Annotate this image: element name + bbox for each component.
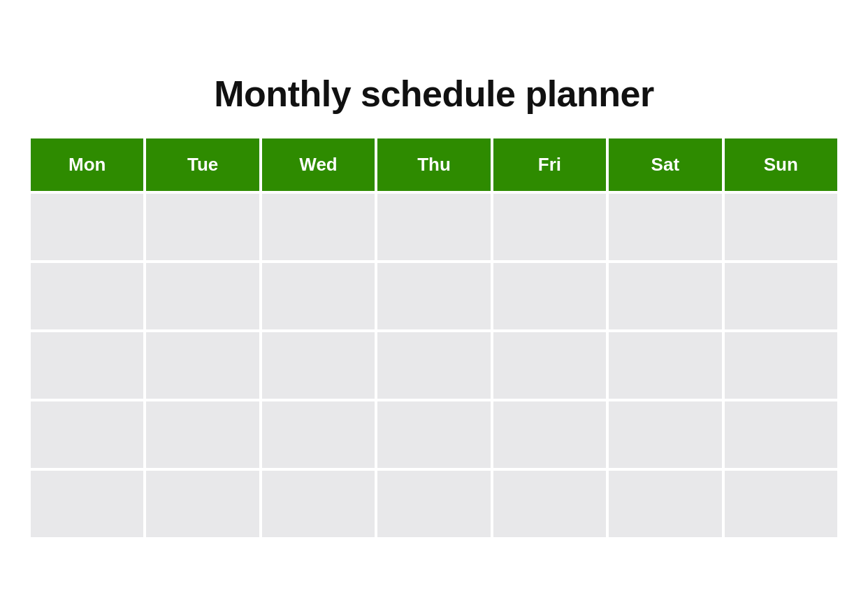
header-fri: Fri — [493, 138, 606, 191]
calendar-cell[interactable] — [377, 332, 490, 399]
calendar-cell[interactable] — [377, 194, 490, 260]
calendar-cell[interactable] — [609, 401, 721, 468]
header-sat: Sat — [609, 138, 721, 191]
calendar-cell[interactable] — [31, 194, 143, 260]
calendar-row — [31, 194, 837, 260]
calendar-cell[interactable] — [262, 263, 375, 329]
calendar-row — [31, 401, 837, 468]
calendar-cell[interactable] — [377, 471, 490, 537]
calendar-cell[interactable] — [31, 332, 143, 399]
calendar-cell[interactable] — [146, 401, 259, 468]
calendar-row — [31, 332, 837, 399]
calendar-cell[interactable] — [262, 401, 375, 468]
calendar-cell[interactable] — [31, 401, 143, 468]
calendar-cell[interactable] — [262, 194, 375, 260]
header-mon: Mon — [31, 138, 143, 191]
calendar-cell[interactable] — [262, 332, 375, 399]
calendar-cell[interactable] — [262, 471, 375, 537]
calendar-cell[interactable] — [493, 332, 606, 399]
calendar-table: Mon Tue Wed Thu Fri Sat Sun — [28, 136, 840, 540]
calendar-cell[interactable] — [377, 263, 490, 329]
calendar-cell[interactable] — [493, 263, 606, 329]
calendar-cell[interactable] — [146, 332, 259, 399]
page-title: Monthly schedule planner — [214, 73, 653, 115]
calendar-cell[interactable] — [493, 471, 606, 537]
calendar-cell[interactable] — [31, 263, 143, 329]
calendar-cell[interactable] — [146, 471, 259, 537]
calendar-cell[interactable] — [493, 194, 606, 260]
calendar-header-row: Mon Tue Wed Thu Fri Sat Sun — [31, 138, 837, 191]
calendar-cell[interactable] — [609, 263, 721, 329]
calendar-cell[interactable] — [725, 471, 837, 537]
header-tue: Tue — [146, 138, 259, 191]
calendar-row — [31, 471, 837, 537]
calendar-cell[interactable] — [609, 471, 721, 537]
calendar-cell[interactable] — [609, 194, 721, 260]
calendar-cell[interactable] — [377, 401, 490, 468]
calendar-cell[interactable] — [146, 263, 259, 329]
calendar-cell[interactable] — [725, 194, 837, 260]
calendar-cell[interactable] — [31, 471, 143, 537]
calendar-cell[interactable] — [725, 263, 837, 329]
calendar-cell[interactable] — [493, 401, 606, 468]
calendar-cell[interactable] — [725, 332, 837, 399]
calendar-cell[interactable] — [146, 194, 259, 260]
header-thu: Thu — [377, 138, 490, 191]
header-sun: Sun — [725, 138, 837, 191]
calendar-row — [31, 263, 837, 329]
calendar-cell[interactable] — [725, 401, 837, 468]
header-wed: Wed — [262, 138, 375, 191]
calendar-cell[interactable] — [609, 332, 721, 399]
